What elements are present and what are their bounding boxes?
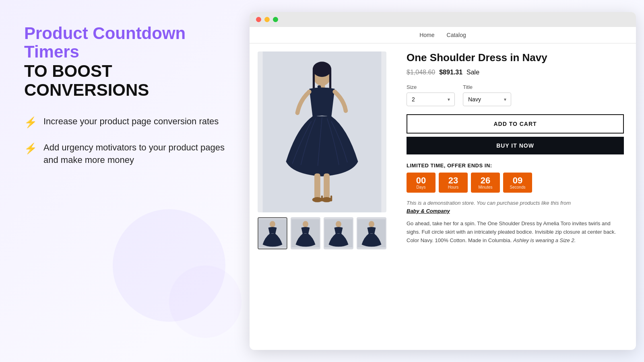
- feature-item-1: ⚡ Increase your product page conversion …: [24, 115, 225, 129]
- left-panel: Product Countdown Timers TO BOOST CONVER…: [0, 0, 250, 362]
- thumbnail-2[interactable]: [291, 217, 320, 249]
- countdown-hours-number: 23: [448, 176, 458, 185]
- feature-list: ⚡ Increase your product page conversion …: [24, 115, 225, 167]
- title-line2: TO BOOST CONVERSIONS: [24, 62, 225, 99]
- price-sale: $891.31: [439, 69, 462, 76]
- dot-red: [256, 17, 261, 22]
- svg-rect-12: [330, 195, 332, 202]
- thumbnail-3[interactable]: [324, 217, 353, 249]
- demo-store-text: This is a demonstration store. You can p…: [407, 199, 624, 215]
- thumbnail-row: [258, 217, 386, 249]
- product-details: One Shoulder Dress in Navy $1,048.60 $89…: [394, 43, 636, 350]
- right-panel: Home Catalog: [250, 0, 644, 362]
- title-select[interactable]: Navy Black Blue: [463, 93, 511, 106]
- browser-window: Home Catalog: [250, 12, 636, 350]
- options-row: Size 2 4 6 8 Title: [407, 84, 624, 106]
- dot-yellow: [264, 17, 270, 22]
- price-sale-label: Sale: [466, 69, 479, 76]
- countdown-boxes: 00 Days 23 Hours 26 Minutes 09: [407, 173, 624, 193]
- price-original: $1,048.60: [407, 69, 435, 76]
- countdown-days-label: Days: [417, 185, 426, 189]
- svg-point-9: [312, 197, 322, 202]
- product-title: One Shoulder Dress in Navy: [407, 51, 624, 64]
- feature-text-1: Increase your product page conversion ra…: [43, 115, 219, 128]
- browser-nav: Home Catalog: [250, 27, 636, 43]
- countdown-hours-label: Hours: [448, 185, 459, 189]
- size-label: Size: [407, 84, 455, 90]
- main-product-image: [258, 51, 386, 212]
- feature-item-2: ⚡ Add urgency motivators to your product…: [24, 142, 225, 167]
- countdown-hours: 23 Hours: [439, 173, 468, 193]
- countdown-days: 00 Days: [407, 173, 436, 193]
- browser-content: One Shoulder Dress in Navy $1,048.60 $89…: [250, 43, 636, 350]
- countdown-seconds-label: Seconds: [510, 185, 526, 189]
- title-label: Title: [463, 84, 511, 90]
- browser-header: [250, 12, 636, 27]
- title-select-wrapper: Navy Black Blue: [463, 93, 511, 106]
- countdown-minutes-number: 26: [481, 176, 490, 185]
- countdown-seconds-number: 09: [513, 176, 522, 185]
- size-select-wrapper: 2 4 6 8: [407, 93, 455, 106]
- feature-text-2: Add urgency motivators to your product p…: [43, 142, 225, 167]
- title-option-group: Title Navy Black Blue: [463, 84, 511, 106]
- dot-green: [273, 17, 278, 22]
- demo-store-link[interactable]: Baby & Company: [407, 208, 450, 214]
- svg-rect-7: [314, 173, 320, 199]
- description-text: Go ahead, take her for a spin. The One S…: [407, 220, 624, 245]
- svg-rect-8: [324, 173, 330, 199]
- main-title: Product Countdown Timers TO BOOST CONVER…: [24, 24, 225, 99]
- size-select[interactable]: 2 4 6 8: [407, 93, 455, 106]
- countdown-days-number: 00: [416, 176, 426, 185]
- title-line1: Product Countdown Timers: [24, 24, 225, 61]
- nav-home[interactable]: Home: [419, 32, 434, 38]
- nav-catalog[interactable]: Catalog: [447, 32, 466, 38]
- countdown-seconds: 09 Seconds: [503, 173, 532, 193]
- product-image-section: [250, 43, 394, 350]
- countdown-minutes-label: Minutes: [478, 185, 492, 189]
- price-row: $1,048.60 $891.31 Sale: [407, 69, 624, 76]
- add-to-cart-button[interactable]: ADD TO CART: [407, 114, 624, 134]
- thumbnail-4[interactable]: [357, 217, 386, 249]
- svg-point-11: [322, 197, 332, 202]
- thumbnail-1[interactable]: [258, 217, 287, 249]
- dress-illustration: [258, 51, 386, 212]
- buy-now-button[interactable]: BUY IT NOW: [407, 137, 624, 154]
- countdown-minutes: 26 Minutes: [471, 173, 500, 193]
- svg-rect-4: [329, 69, 331, 90]
- countdown-title: LIMITED TIME, OFFER ENDS IN:: [407, 162, 624, 169]
- size-option-group: Size 2 4 6 8: [407, 84, 455, 106]
- lightning-icon-1: ⚡: [24, 116, 37, 129]
- countdown-section: LIMITED TIME, OFFER ENDS IN: 00 Days 23 …: [407, 162, 624, 193]
- svg-point-2: [313, 62, 331, 77]
- lightning-icon-2: ⚡: [24, 142, 37, 155]
